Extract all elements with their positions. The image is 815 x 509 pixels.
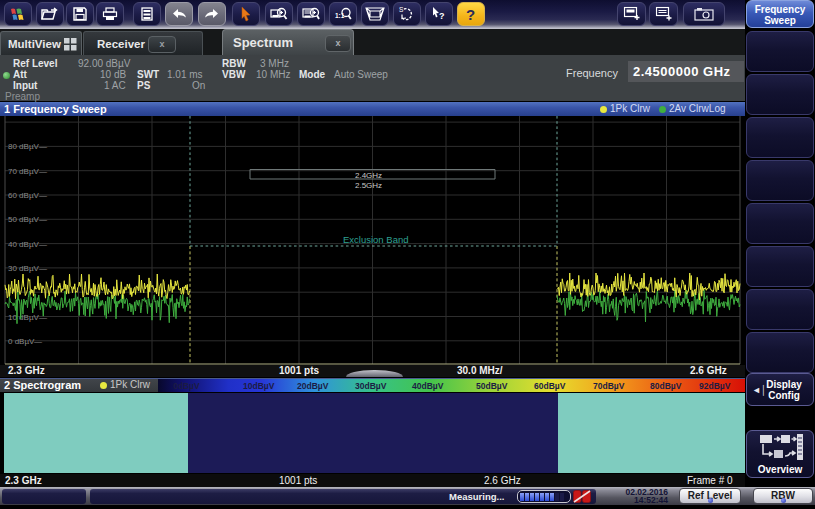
svg-text:—: — (39, 167, 47, 176)
svg-text:?: ? (466, 6, 475, 23)
svg-text:70 dBµV: 70 dBµV (8, 167, 40, 176)
svg-text:2.4GHz: 2.4GHz (355, 171, 382, 180)
svg-text:50 dBµV: 50 dBµV (8, 215, 40, 224)
svg-text:—: — (39, 264, 47, 273)
svg-text:2.5GHz: 2.5GHz (355, 181, 382, 190)
svg-text:80 dBµV: 80 dBµV (8, 142, 40, 151)
svg-text:Exclusion Band: Exclusion Band (343, 234, 408, 245)
svg-text:10 dBµV: 10 dBµV (8, 313, 40, 322)
svg-text:40 dBµV: 40 dBµV (8, 240, 40, 249)
svg-text:—: — (39, 240, 47, 249)
svg-text:—: — (39, 191, 47, 200)
svg-text:—: — (34, 337, 42, 346)
svg-text:0 dBµV: 0 dBµV (8, 337, 35, 346)
svg-text:?: ? (439, 11, 445, 21)
svg-text:—: — (39, 142, 47, 151)
svg-text:S: S (399, 6, 404, 13)
svg-text:30 dBµV: 30 dBµV (8, 264, 40, 273)
svg-text:60 dBµV: 60 dBµV (8, 191, 40, 200)
svg-text:—: — (39, 215, 47, 224)
